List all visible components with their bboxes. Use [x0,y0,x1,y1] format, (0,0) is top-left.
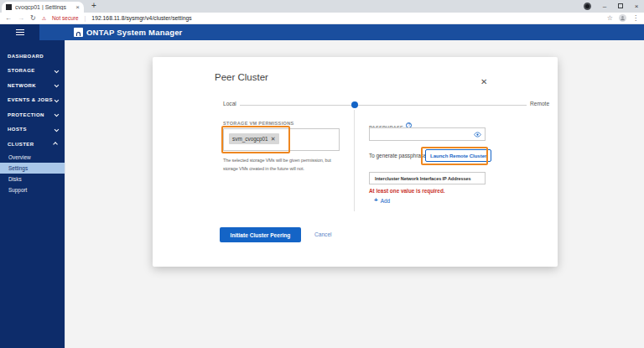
app-header: ONTAP System Manager ? <> [0,24,644,40]
svm-chip[interactable]: svm_cvogcp01 ✕ [229,133,279,144]
window-minimize-button[interactable]: – [599,0,610,12]
cancel-button[interactable]: Cancel [314,231,332,237]
initiate-cluster-peering-button[interactable]: Initiate Cluster Peering [220,227,301,242]
sidebar-item-protection[interactable]: PROTECTION [0,107,65,122]
storage-vm-permissions-input[interactable]: svm_cvogcp01 ✕ [223,128,340,151]
local-remote-track [240,105,527,106]
plus-icon: + [374,197,378,204]
url-divider: | [85,15,86,21]
sidebar-item-network[interactable]: NETWORK [0,78,65,93]
refresh-icon[interactable]: ↻ [30,15,36,22]
browser-menu-icon[interactable]: ⋮ [632,15,639,22]
bookmark-star-icon[interactable]: ☆ [607,15,613,22]
show-password-eye-icon[interactable] [474,131,481,138]
chevron-down-icon [54,68,58,72]
chevron-down-icon [54,112,58,117]
sidebar-item-cluster-settings[interactable]: Settings [0,163,65,174]
sidebar-item-cluster-overview[interactable]: Overview [0,152,65,163]
hamburger-menu-button[interactable] [0,24,39,40]
tab-close-icon[interactable]: × [75,4,80,11]
not-secure-warning-icon: ⚠ [42,15,46,21]
window-close-button[interactable]: × [631,0,642,12]
sidebar-item-dashboard[interactable]: DASHBOARD [0,49,65,64]
peer-cluster-dialog: Peer Cluster ✕ Local Remote STORAGE VM P… [153,57,558,267]
browser-tab-strip: cvogcp01 | Settings × + – × [0,0,644,13]
maximize-icon [618,3,623,8]
launch-remote-cluster-button[interactable]: Launch Remote Cluster [425,149,491,162]
dialog-close-icon[interactable]: ✕ [480,77,487,86]
app-title: ONTAP System Manager [86,28,183,37]
new-tab-button[interactable]: + [89,1,99,10]
column-divider [354,110,355,211]
sidebar-item-cluster-disks[interactable]: Disks [0,174,65,184]
add-ip-link[interactable]: + Add [374,197,390,204]
local-label: Local [223,101,236,106]
browser-address-bar: ← → ↻ ⚠ Not secure | 192.168.11.8/sysmgr… [0,13,644,24]
dialog-title: Peer Cluster [215,72,268,82]
storage-vm-permissions-label: STORAGE VM PERMISSIONS [223,121,294,126]
hamburger-icon [16,28,24,37]
svm-chip-label: svm_cvogcp01 [232,136,268,142]
back-icon[interactable]: ← [5,15,12,22]
browser-avatar-icon[interactable] [619,14,626,22]
chip-remove-icon[interactable]: ✕ [271,136,276,143]
browser-profile-icon[interactable] [584,3,591,10]
sidebar-item-storage[interactable]: STORAGE [0,64,65,79]
security-status-label[interactable]: Not secure [52,15,78,21]
sidebar-item-events-jobs[interactable]: EVENTS & JOBS [0,93,65,108]
netapp-logo [74,28,83,37]
site-favicon [6,4,12,10]
chevron-down-icon [54,127,58,131]
generate-passphrase-hint: To generate passphrase: [369,153,428,158]
sidebar-item-hosts[interactable]: HOSTS [0,122,65,138]
scale-position-dot[interactable] [351,101,358,108]
chevron-down-icon [54,97,58,101]
person-glyph [620,15,626,21]
passphrase-input[interactable] [369,127,486,141]
tab-title: cvogcp01 | Settings [15,4,72,10]
sidebar-nav: DASHBOARD STORAGE NETWORK EVENTS & JOBS … [0,40,65,348]
browser-tab[interactable]: cvogcp01 | Settings × [2,2,84,13]
forward-icon[interactable]: → [18,15,24,22]
storage-vm-helper-text: The selected storage VMs will be given p… [223,157,345,174]
url-text[interactable]: 192.168.11.8/sysmgr/v4/cluster/settings [91,15,191,21]
validation-error-text: At least one value is required. [369,188,445,194]
intercluster-ip-header: Intercluster Network Interfaces IP Addre… [369,172,486,184]
sidebar-item-cluster[interactable]: CLUSTER [0,137,65,152]
sidebar-item-cluster-support[interactable]: Support [0,184,65,195]
remote-label: Remote [530,101,549,106]
window-maximize-button[interactable] [615,0,626,12]
add-link-label: Add [381,198,390,204]
chevron-down-icon [54,83,58,87]
